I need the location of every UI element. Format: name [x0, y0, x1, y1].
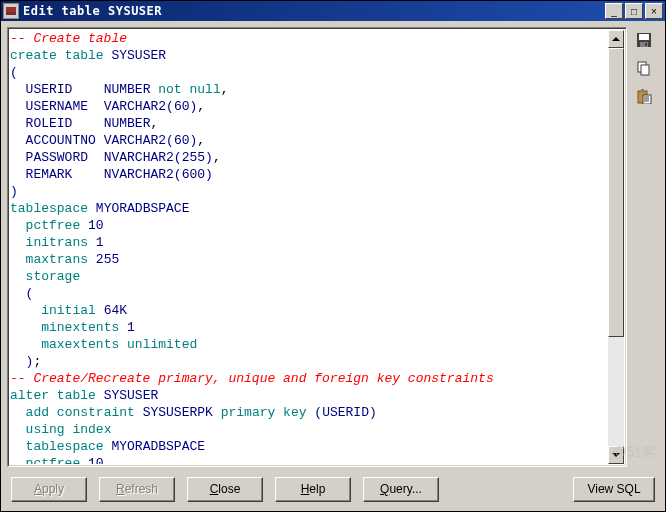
sql-line[interactable]: alter table SYSUSER	[10, 387, 608, 404]
svg-rect-5	[641, 65, 649, 75]
sql-line[interactable]: create table SYSUSER	[10, 47, 608, 64]
sql-line[interactable]: using index	[10, 421, 608, 438]
sql-line[interactable]: minextents 1	[10, 319, 608, 336]
sql-line[interactable]: storage	[10, 268, 608, 285]
sql-line[interactable]: initial 64K	[10, 302, 608, 319]
titlebar[interactable]: Edit table SYSUSER _ □ ×	[1, 1, 665, 21]
sql-line[interactable]: (	[10, 285, 608, 302]
sql-line[interactable]: tablespace MYORADBSPACE	[10, 200, 608, 217]
view-sql-button[interactable]: View SQL	[573, 477, 655, 502]
window-title: Edit table SYSUSER	[23, 4, 162, 18]
button-bar: Apply Refresh Close Help Query... View S…	[1, 467, 665, 511]
sql-line[interactable]: -- Create/Recreate primary, unique and f…	[10, 370, 608, 387]
maximize-button[interactable]: □	[625, 3, 643, 19]
titlebar-buttons: _ □ ×	[605, 3, 663, 19]
help-button[interactable]: Help	[275, 477, 351, 502]
sql-line[interactable]: tablespace MYORADBSPACE	[10, 438, 608, 455]
sql-line[interactable]: ROLEID NUMBER,	[10, 115, 608, 132]
scrollbar-thumb[interactable]	[608, 48, 624, 337]
minimize-icon: _	[611, 6, 617, 17]
svg-rect-1	[639, 34, 649, 40]
sql-line[interactable]: pctfree 10	[10, 455, 608, 464]
sql-line[interactable]: maxextents unlimited	[10, 336, 608, 353]
copy-button[interactable]	[633, 57, 655, 79]
sql-line[interactable]: maxtrans 255	[10, 251, 608, 268]
sql-line[interactable]: -- Create table	[10, 30, 608, 47]
maximize-icon: □	[631, 6, 637, 17]
sql-line[interactable]: USERID NUMBER not null,	[10, 81, 608, 98]
minimize-button[interactable]: _	[605, 3, 623, 19]
apply-button[interactable]: Apply	[11, 477, 87, 502]
sql-line[interactable]: add constraint SYSUSERPK primary key (US…	[10, 404, 608, 421]
chevron-up-icon	[612, 37, 620, 41]
sql-line[interactable]: )	[10, 183, 608, 200]
sql-line[interactable]: ACCOUNTNO VARCHAR2(60),	[10, 132, 608, 149]
sql-line[interactable]: REMARK NVARCHAR2(600)	[10, 166, 608, 183]
app-icon	[3, 3, 19, 19]
scroll-down-button[interactable]	[608, 446, 624, 464]
chevron-down-icon	[612, 453, 620, 457]
scrollbar-track[interactable]	[608, 48, 624, 446]
sql-line[interactable]: PASSWORD NVARCHAR2(255),	[10, 149, 608, 166]
svg-rect-3	[645, 43, 647, 46]
close-btn[interactable]: Close	[187, 477, 263, 502]
paste-icon	[636, 88, 652, 104]
query-button[interactable]: Query...	[363, 477, 439, 502]
svg-rect-7	[641, 89, 644, 92]
close-button[interactable]: ×	[645, 3, 663, 19]
sql-line[interactable]: USERNAME VARCHAR2(60),	[10, 98, 608, 115]
sql-line[interactable]: pctfree 10	[10, 217, 608, 234]
scroll-up-button[interactable]	[608, 30, 624, 48]
paste-button[interactable]	[633, 85, 655, 107]
save-button[interactable]	[633, 29, 655, 51]
app-window: Edit table SYSUSER _ □ × -- Create table…	[0, 0, 666, 512]
close-icon: ×	[651, 6, 657, 17]
copy-icon	[636, 60, 652, 76]
right-toolbar	[633, 27, 659, 467]
sql-line[interactable]: );	[10, 353, 608, 370]
sql-line[interactable]: initrans 1	[10, 234, 608, 251]
client-area: -- Create tablecreate table SYSUSER( USE…	[1, 21, 665, 467]
sql-editor-frame: -- Create tablecreate table SYSUSER( USE…	[7, 27, 627, 467]
sql-editor[interactable]: -- Create tablecreate table SYSUSER( USE…	[10, 30, 608, 464]
sql-line[interactable]: (	[10, 64, 608, 81]
save-icon	[636, 32, 652, 48]
refresh-button[interactable]: Refresh	[99, 477, 175, 502]
vertical-scrollbar[interactable]	[608, 30, 624, 464]
